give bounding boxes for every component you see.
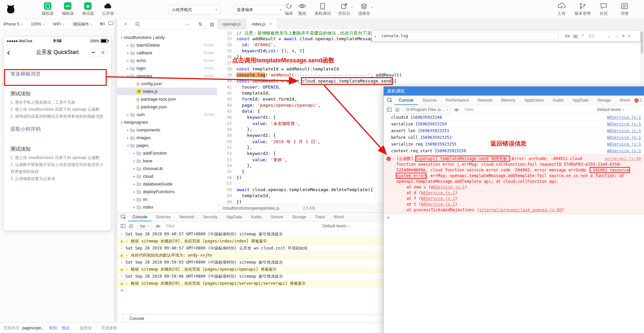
chevron-down-icon[interactable]: ▾ [121,259,122,266]
source-link[interactable]: internal/process/task_queues.js:86 [479,208,562,212]
tab-wxml[interactable]: Wxml [615,96,634,105]
phone-link[interactable]: 发送模板消息 [10,71,104,77]
toolbar-button-upload[interactable]: 上传 [552,2,571,17]
inspect-element-icon[interactable] [387,98,392,103]
phone-link[interactable]: 获取小程序码 [10,126,104,132]
clear-console-icon[interactable] [129,224,133,228]
search-input[interactable]: console.log [378,32,559,40]
tab-appdata[interactable]: AppData [222,213,246,221]
toolbar-button-real-device-debug[interactable]: 真机调试 [313,2,333,17]
tree-item[interactable]: ▸im [117,196,217,203]
chevron-right-icon[interactable]: ▸ [126,113,130,116]
toolbar-button-clear-cache[interactable]: ▾ 清缓存 [354,2,374,17]
chevron-down-icon[interactable]: ▾ [121,231,122,237]
tab-storage[interactable]: Storage [593,96,615,105]
chevron-right-icon[interactable]: ▸ [126,266,128,273]
chevron-right-icon[interactable]: ▸ [132,182,137,186]
mode-select[interactable]: 小程序模式▾ [168,5,220,14]
close-icon[interactable]: × [628,34,630,38]
compile-mode-select[interactable]: 普通编译▾ [233,5,285,14]
tab-application[interactable]: Application [520,96,548,105]
tab-console[interactable]: Console [128,213,152,221]
kebab-menu-icon[interactable]: ⋮ [121,316,125,321]
more-actions-icon[interactable]: ⋯ [184,21,191,27]
zoom-select[interactable]: 100%▾ [31,19,44,30]
toolbar-button-preview[interactable]: 预览 [292,2,312,17]
device-window-title-bar[interactable]: 真机调试 [384,87,644,96]
toolbar-button-cloud-dev[interactable]: 云开发 [98,2,118,17]
network-select[interactable]: WiFi▾ [53,19,64,30]
tab-storage[interactable]: Storage [288,213,311,221]
context-select[interactable]: D:\Program Files (x...▾ [404,106,450,113]
tab-network[interactable]: Network [473,96,497,105]
tab-audits[interactable]: Audits [246,213,266,221]
expand-replace-icon[interactable]: ▸ [375,34,376,38]
toolbar-button-simulator[interactable]: 模拟器 [38,2,57,17]
tree-item[interactable]: ▸addFunction [117,149,217,157]
tab-wxml[interactable]: Wxml [329,213,348,221]
error-count-badge[interactable]: ✕1 [634,98,642,103]
chevron-right-icon[interactable]: ▸ [126,51,130,55]
source-link[interactable]: WAService.js:1 [421,202,455,207]
new-file-icon[interactable]: ＋ [122,21,129,27]
tree-item[interactable]: ▸callbackNodejs [117,49,217,57]
source-link[interactable]: serverapi.js:40 [605,156,641,162]
prev-match-icon[interactable]: ← [607,34,611,38]
source-link[interactable]: WAService.js:1 [607,121,641,127]
tree-item[interactable]: ▸cloud [117,172,217,180]
chevron-right-icon[interactable]: ▸ [132,198,137,201]
regex-icon[interactable]: .* [581,34,584,38]
next-match-icon[interactable]: → [615,34,619,38]
chevron-right-icon[interactable]: ▸ [126,280,128,287]
toolbar-button-debugger[interactable]: 调试器 [78,2,98,17]
collapse-all-icon[interactable]: ▤ [209,21,215,27]
chevron-right-icon[interactable]: ▸ [132,190,137,193]
toolbar-button-community[interactable]: 社区 [594,2,613,17]
tab-console[interactable]: Console [394,96,418,105]
log-levels-select[interactable]: Default levels▾ [597,107,624,112]
device-select[interactable]: iPhone 5▾ [3,19,22,30]
tree-item[interactable]: ▾cloudfunctions | andy [117,34,217,41]
exit-circle-icon[interactable]: ⊙ [102,51,104,54]
filter-input[interactable]: Filter [166,224,175,228]
tree-item[interactable]: ▸batchDeleteNodejs [117,41,217,49]
tree-item[interactable]: ▸loginNodejs [117,64,217,72]
tree-item[interactable]: ▸components [117,126,217,134]
eye-icon[interactable] [454,108,459,112]
chevron-right-icon[interactable]: ▸ [132,159,137,163]
tree-item[interactable]: {}package.json [117,103,217,111]
search-icon[interactable] [134,21,141,27]
tab-sources[interactable]: Sources [418,96,441,105]
tab-audits[interactable]: Audits [548,96,568,105]
tree-item[interactable]: ▾miniprogram [117,118,217,126]
close-icon[interactable]: × [269,22,272,26]
source-link[interactable]: WAService.js:1 [421,196,455,201]
source-link[interactable]: WAService.js:1 [607,128,641,134]
find-in-selection-icon[interactable]: ≡ [622,34,625,38]
chevron-right-icon[interactable]: ▸ [126,59,130,62]
chevron-right-icon[interactable]: ▸ [126,44,130,47]
tree-item[interactable]: ▸chooseLib [117,165,217,172]
toolbar-button-editor[interactable]: </> 编辑器 [58,2,77,17]
tab-sensor[interactable]: Sensor [266,213,288,221]
chevron-down-icon[interactable]: ▾ [119,36,124,39]
log-levels-select[interactable]: Default levels▾ [322,224,350,228]
clear-console-icon[interactable] [395,108,399,112]
source-link[interactable]: WAService.js:1 [607,114,641,121]
tab-trace[interactable]: Trace [311,213,329,221]
chevron-right-icon[interactable]: ▸ [132,152,137,155]
panel-resize-gutter[interactable] [114,19,117,324]
chevron-right-icon[interactable]: ▸ [126,136,130,140]
drawer-console-tab[interactable]: Console [129,316,144,321]
context-select[interactable]: top▾ [137,223,152,230]
tree-item[interactable]: {}config.json [117,80,217,88]
filter-input[interactable]: Filter [465,107,474,112]
chevron-right-icon[interactable]: ▸ [126,67,130,70]
tree-item[interactable]: JSindex.js [117,88,217,95]
console-sidebar-icon[interactable] [121,224,125,228]
chevron-right-icon[interactable]: ▸ [126,128,130,132]
whole-word-icon[interactable]: ab [573,34,578,38]
source-link[interactable]: WAService.js:1 [431,185,465,189]
eye-icon[interactable] [155,224,161,228]
toolbar-button-details[interactable]: 详情 [615,2,634,17]
